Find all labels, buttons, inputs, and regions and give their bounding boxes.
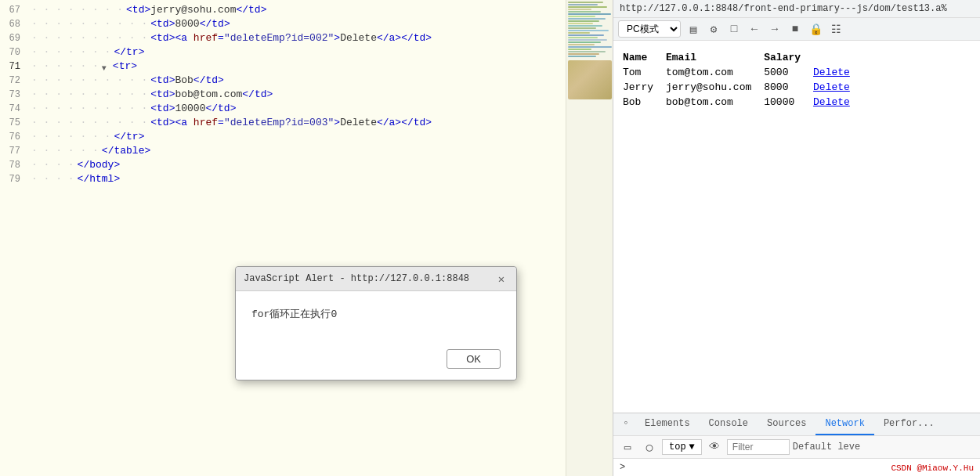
cell-email: jerry@sohu.com [666, 80, 764, 95]
browser-toolbar: PC模式 手机模式 平板模式 ▤ ⚙ □ ← → ■ 🔒 ☷ [613, 18, 980, 41]
url-text: http://127.0.0.1:8848/front-end-primary-… [620, 3, 947, 14]
address-bar: http://127.0.0.1:8848/front-end-primary-… [613, 0, 980, 18]
preview-table: Name Email Salary Tom tom@tom.com 5000 D… [623, 50, 862, 110]
cell-salary: 8000 [764, 80, 813, 95]
preview-content: Name Email Salary Tom tom@tom.com 5000 D… [613, 41, 980, 236]
tab-sources[interactable]: Sources [758, 413, 815, 435]
delete-link[interactable]: Delete [813, 81, 850, 93]
back-icon[interactable]: ← [747, 21, 762, 37]
preview-spacer [613, 236, 980, 413]
code-line-68: · · · · · · · · · · <td>8000</td> [25, 17, 566, 31]
minimap [566, 0, 613, 476]
screenshot-icon[interactable]: ▤ [685, 21, 701, 37]
devtools-block-icon[interactable]: ◯ [640, 438, 659, 456]
refresh-icon[interactable]: □ [726, 21, 742, 37]
tab-console[interactable]: Console [700, 413, 758, 435]
csdn-footer: CSDN @Miaow.Y.Hu [884, 460, 980, 476]
alert-body: for循环正在执行0 [236, 291, 516, 341]
alert-close-button[interactable]: ✕ [494, 272, 508, 286]
code-editor: 67 68 69 70 71 72 73 74 75 76 77 78 79 ·… [0, 0, 613, 476]
tab-elements[interactable]: Elements [635, 413, 700, 435]
cell-email: tom@tom.com [666, 65, 764, 80]
cell-salary: 5000 [764, 65, 813, 80]
col-header-email: Email [666, 50, 764, 65]
filter-input[interactable] [727, 439, 790, 455]
forward-icon[interactable]: → [767, 21, 783, 37]
context-selector[interactable]: top ▼ [662, 439, 702, 455]
code-line-79: · · · · </html> [25, 172, 566, 186]
table-row: Jerry jerry@sohu.com 8000 Delete [623, 80, 862, 95]
alert-footer: OK [236, 341, 516, 380]
alert-message: for循环正在执行0 [251, 307, 501, 321]
cell-name: Bob [623, 95, 666, 110]
cell-name: Tom [623, 65, 666, 80]
alert-title: JavaScript Alert - http://127.0.0.1:8848 [244, 273, 469, 284]
code-line-67: · · · · · · · · <td>jerry@sohu.com</td> [25, 3, 566, 17]
code-line-71: · · · · · · ▼ <tr> [25, 60, 566, 74]
code-line-76: · · · · · · · </tr> [25, 130, 566, 144]
alert-dialog: JavaScript Alert - http://127.0.0.1:8848… [235, 266, 517, 380]
cell-name: Jerry [623, 80, 666, 95]
cell-salary: 10000 [764, 95, 813, 110]
code-line-73: · · · · · · · · · · <td>bob@tom.com</td> [25, 88, 566, 102]
code-content: · · · · · · · · <td>jerry@sohu.com</td> … [25, 0, 566, 476]
tab-network[interactable]: Network [815, 413, 873, 435]
code-line-77: · · · · · · </table> [25, 144, 566, 158]
chevron-down-icon: ▼ [689, 442, 695, 453]
csdn-text: CSDN @Miaow.Y.Hu [891, 463, 974, 473]
devtools-tabs: ◦ Elements Console Sources Network Perfo… [613, 413, 980, 436]
fold-icon[interactable]: ▼ [102, 62, 111, 71]
tab-performance[interactable]: Perfor... [874, 413, 944, 435]
lock-icon[interactable]: 🔒 [808, 21, 823, 37]
line-numbers: 67 68 69 70 71 72 73 74 75 76 77 78 79 [0, 0, 25, 476]
grid-icon[interactable]: ☷ [828, 21, 844, 37]
settings-icon[interactable]: ⚙ [706, 21, 721, 37]
code-line-70: · · · · · · · </tr> [25, 45, 566, 60]
devtools-inspect-icon[interactable]: ◦ [617, 413, 635, 432]
delete-link[interactable]: Delete [813, 96, 850, 108]
code-line-72: · · · · · · · · · · <td>Bob</td> [25, 74, 566, 88]
code-line-78: · · · · </body> [25, 158, 566, 172]
mode-select[interactable]: PC模式 手机模式 平板模式 [618, 20, 681, 38]
code-line-74: · · · · · · · · · · <td>10000</td> [25, 102, 566, 116]
alert-titlebar: JavaScript Alert - http://127.0.0.1:8848… [236, 267, 516, 291]
level-label: Default leve [793, 442, 860, 453]
browser-panel: http://127.0.0.1:8848/front-end-primary-… [613, 0, 980, 476]
devtools-eye-icon[interactable]: 👁 [705, 438, 724, 456]
col-header-name: Name [623, 50, 666, 65]
table-row: Bob bob@tom.com 10000 Delete [623, 95, 862, 110]
devtools-toolbar: ▭ ◯ top ▼ 👁 Default leve [613, 436, 980, 459]
code-line-75: · · · · · · · · · · <td><a href="deleteE… [25, 116, 566, 130]
stop-icon[interactable]: ■ [787, 21, 803, 37]
context-label: top [669, 442, 686, 453]
cell-email: bob@tom.com [666, 95, 764, 110]
delete-link[interactable]: Delete [813, 67, 850, 78]
col-header-salary: Salary [764, 50, 813, 65]
alert-ok-button[interactable]: OK [447, 349, 501, 369]
devtools-cursor-icon[interactable]: ▭ [618, 438, 637, 456]
code-line-69: · · · · · · · · · · <td><a href="deleteE… [25, 31, 566, 45]
table-row: Tom tom@tom.com 5000 Delete [623, 65, 862, 80]
col-header-action [813, 50, 862, 65]
